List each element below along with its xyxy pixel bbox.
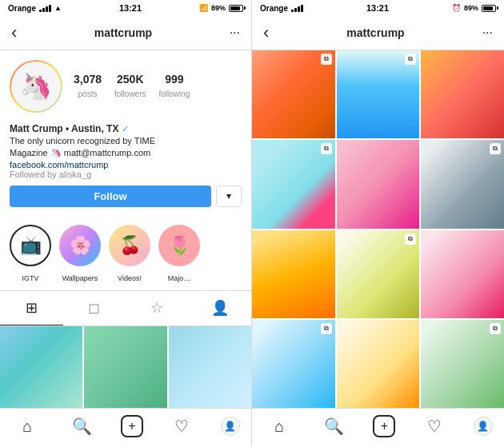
signal-bar-1 [39, 10, 42, 12]
nav-profile-left[interactable]: 👤 [221, 417, 240, 436]
nav-profile-right[interactable]: 👤 [474, 417, 493, 436]
profile-title-right: mattcrump [346, 26, 404, 39]
status-bar-right: Orange 13:21 ⏰ 89% [252, 0, 504, 16]
signal-bars-left [39, 5, 51, 12]
nav-search-left[interactable]: 🔍 [66, 417, 98, 436]
tab-grid[interactable]: ⊞ [0, 291, 63, 325]
nav-add-left[interactable]: + [121, 415, 143, 437]
grid-cell-2[interactable] [84, 326, 166, 408]
status-bar-left: Orange ▲ 13:21 📶 89% [0, 0, 251, 16]
stats-row: 3,078 posts 250K followers 999 following [74, 73, 190, 100]
story-label-majo: Majo… [168, 274, 191, 282]
grid-r-9[interactable] [421, 230, 504, 318]
story-videos[interactable]: 🍒 Videos! [109, 225, 150, 284]
battery-right [482, 5, 496, 12]
nav-home-right[interactable]: ⌂ [263, 417, 295, 436]
bio-text-2: Magazine 🦄 matt@mattcrump.com [10, 147, 242, 159]
status-right-right: ⏰ 89% [452, 4, 496, 12]
story-circle-wallpapers: 🌸 [59, 225, 101, 266]
grid-r-3[interactable] [421, 50, 504, 138]
nav-add-right[interactable]: + [373, 415, 395, 437]
grid-r-4[interactable]: ⧉ [252, 140, 335, 228]
signal-bar-r1 [291, 10, 294, 12]
tab-contact[interactable]: 👤 [189, 291, 252, 325]
stat-posts[interactable]: 3,078 posts [74, 73, 102, 100]
multi-badge-1: ⧉ [321, 54, 332, 65]
grid-r-6[interactable]: ⧉ [421, 140, 504, 228]
nav-activity-right[interactable]: ♡ [418, 417, 450, 436]
bio-name: Matt Crump • Austin, TX [10, 123, 122, 134]
stories-row: 📺 IGTV 🌸 Wallpapers 🍒 Videos! 🌷 Majo… [0, 222, 251, 291]
tab-bar-left: ⊞ ◻ ☆ 👤 [0, 291, 251, 326]
battery-left [229, 5, 243, 12]
carrier-right: Orange [260, 4, 288, 13]
stat-following-number: 999 [159, 73, 190, 86]
grid-r-7[interactable] [252, 230, 335, 318]
photo-grid-left [0, 326, 251, 408]
dropdown-button[interactable]: ▾ [216, 186, 242, 207]
stat-following[interactable]: 999 following [159, 73, 190, 100]
wifi-left: ▲ [54, 4, 62, 12]
stat-posts-label: posts [78, 90, 98, 98]
grid-r-5[interactable] [337, 140, 420, 228]
signal-bar-r2 [294, 8, 297, 12]
time-right: 13:21 [366, 3, 389, 13]
grid-r-12[interactable]: ⧉ [421, 320, 504, 408]
tab-list[interactable]: ◻ [63, 291, 126, 325]
action-row: Follow ▾ [10, 186, 242, 207]
carrier-left: Orange [8, 4, 36, 13]
avatar-container: 🦄 [10, 60, 62, 113]
battery-pct-left: 89% [211, 4, 226, 12]
back-button-left[interactable]: ‹ [11, 22, 17, 43]
multi-badge-12: ⧉ [490, 323, 501, 334]
bottom-nav-left: ⌂ 🔍 + ♡ 👤 [0, 408, 251, 447]
signal-bar-2 [42, 8, 45, 12]
story-label-videos: Videos! [118, 274, 142, 282]
status-right-left: 📶 89% [199, 4, 243, 12]
status-left: Orange ▲ [8, 4, 62, 13]
bio-name-line: Matt Crump • Austin, TX ✓ [10, 121, 242, 135]
alarm-right: ⏰ [452, 4, 461, 12]
bio-section: Matt Crump • Austin, TX ✓ The only unico… [10, 121, 242, 179]
signal-bar-r3 [298, 6, 300, 12]
status-left-right: Orange [260, 4, 303, 13]
grid-cell-1[interactable] [0, 326, 82, 408]
follow-button[interactable]: Follow [10, 186, 211, 207]
more-button-left[interactable]: ··· [230, 26, 240, 40]
grid-r-11[interactable] [337, 320, 420, 408]
time-left: 13:21 [119, 3, 142, 13]
stat-posts-number: 3,078 [74, 73, 102, 86]
tab-tagged[interactable]: ☆ [126, 291, 189, 325]
story-igtv[interactable]: 📺 IGTV [10, 225, 51, 284]
story-circle-igtv: 📺 [10, 225, 51, 266]
right-panel: Orange 13:21 ⏰ 89% ‹ mattcrump ··· ⧉ [252, 0, 504, 447]
left-panel: Orange ▲ 13:21 📶 89% ‹ mattcrump ··· [0, 0, 252, 447]
nav-activity-left[interactable]: ♡ [166, 417, 198, 436]
stat-followers-label: followers [114, 90, 146, 98]
back-button-right[interactable]: ‹ [263, 22, 269, 43]
wifi-right-left: 📶 [199, 4, 208, 12]
grid-r-10[interactable]: ⧉ [252, 320, 335, 408]
nav-home-left[interactable]: ⌂ [11, 417, 43, 436]
nav-bar-left: ‹ mattcrump ··· [0, 16, 251, 50]
story-wallpapers[interactable]: 🌸 Wallpapers [59, 225, 101, 284]
grid-r-8[interactable]: ⧉ [337, 230, 420, 318]
grid-r-1[interactable]: ⧉ [252, 50, 335, 138]
multi-badge-10: ⧉ [321, 323, 332, 334]
verified-badge: ✓ [122, 124, 129, 134]
battery-fill-left [230, 6, 240, 10]
photo-grid-right: ⧉ ⧉ ⧉ ⧉ ⧉ ⧉ ⧉ [252, 50, 504, 408]
multi-badge-8: ⧉ [405, 233, 416, 245]
story-label-wallpapers: Wallpapers [62, 274, 98, 282]
more-button-right[interactable]: ··· [482, 26, 493, 40]
story-majo[interactable]: 🌷 Majo… [158, 225, 200, 284]
bio-link[interactable]: facebook.com/mattcrump [10, 160, 242, 170]
battery-pct-right: 89% [464, 4, 478, 12]
grid-r-2[interactable]: ⧉ [337, 50, 420, 138]
signal-bar-4 [49, 5, 51, 12]
stat-followers[interactable]: 250K followers [114, 73, 146, 100]
profile-title-left: mattcrump [94, 26, 152, 39]
bio-text-1: The only unicorn recognized by TIME [10, 135, 242, 147]
grid-cell-3[interactable] [169, 326, 251, 408]
nav-search-right[interactable]: 🔍 [318, 417, 350, 436]
